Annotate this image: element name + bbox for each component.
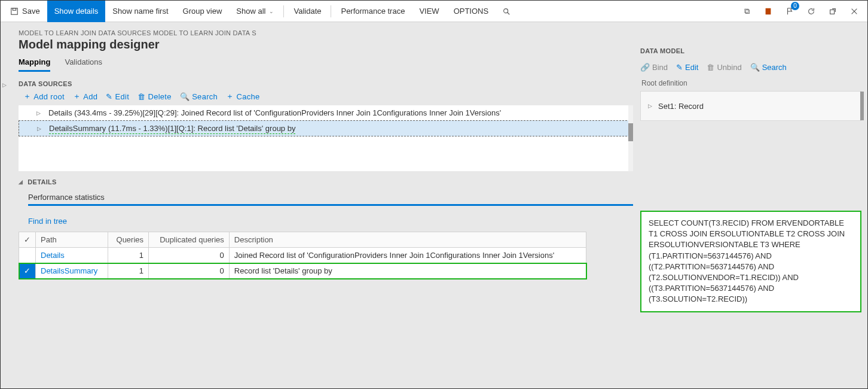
office-icon (764, 7, 772, 16)
left-gutter: ▷ (1, 22, 8, 388)
chevron-right-icon: ▷ (36, 110, 42, 116)
options-menu[interactable]: OPTIONS (447, 1, 496, 22)
refresh-icon (807, 7, 815, 16)
link-icon: ⧉ (744, 7, 750, 16)
content-area: ▷ MODEL TO LEARN JOIN DATA SOURCES MODEL… (1, 22, 867, 388)
show-all-dropdown[interactable]: Show all ⌄ (229, 1, 281, 22)
bind-button[interactable]: 🔗Bind (640, 63, 668, 72)
popout-icon (829, 7, 837, 16)
plus-icon: ＋ (226, 91, 234, 102)
tab-mapping[interactable]: Mapping (19, 57, 50, 72)
plus-icon: ＋ (73, 91, 81, 102)
show-name-first-button[interactable]: Show name first (105, 1, 175, 22)
group-view-button[interactable]: Group view (176, 1, 230, 22)
root-definition-label: Root definition (640, 77, 861, 91)
edit-button[interactable]: ✎Edit (106, 91, 129, 102)
search-icon: 🔍 (180, 92, 190, 101)
top-toolbar: Save Show details Show name first Group … (1, 1, 867, 22)
view-menu[interactable]: VIEW (412, 1, 446, 22)
separator (331, 5, 331, 17)
col-dup-queries[interactable]: Duplicated queries (149, 232, 230, 248)
unbind-button[interactable]: 🗑Unbind (707, 63, 741, 72)
close-button[interactable] (843, 1, 865, 22)
sql-preview: SELECT COUNT(T3.RECID) FROM ERVENDORTABL… (640, 211, 861, 312)
save-button[interactable]: Save (3, 1, 47, 22)
col-path[interactable]: Path (36, 232, 108, 248)
notification-badge: 0 (791, 2, 799, 10)
search-button[interactable]: 🔍Search (750, 63, 787, 72)
validate-button[interactable]: Validate (286, 1, 328, 22)
chevron-down-icon: ⌄ (269, 8, 274, 14)
search-button[interactable] (496, 1, 517, 22)
add-button[interactable]: ＋Add (73, 91, 97, 102)
performance-table: ✓ Path Queries Duplicated queries Descri… (19, 232, 586, 279)
notification-button[interactable]: 0 (779, 1, 800, 22)
data-sources-tree: ▷ Details (343.4ms - 39.25%)[29][Q:29]: … (19, 105, 633, 171)
performance-trace-button[interactable]: Performance trace (334, 1, 412, 22)
link-icon-button[interactable]: ⧉ (736, 1, 757, 22)
popout-button[interactable] (822, 1, 843, 22)
chevron-right-icon: ▷ (648, 103, 652, 109)
col-description[interactable]: Description (229, 232, 586, 248)
link-icon: 🔗 (640, 63, 650, 72)
search-icon (502, 7, 511, 16)
svg-rect-5 (830, 10, 835, 14)
chevron-right-icon: ▷ (37, 126, 43, 132)
office-icon-button[interactable] (757, 1, 779, 22)
save-icon (10, 7, 19, 16)
pencil-icon: ✎ (676, 63, 683, 72)
data-model-header: DATA MODEL (640, 47, 861, 54)
svg-rect-4 (766, 8, 771, 14)
svg-rect-1 (13, 8, 16, 10)
col-queries[interactable]: Queries (108, 232, 149, 248)
page-title: Model mapping designer (19, 38, 633, 51)
root-node-label: Set1: Record (658, 102, 704, 111)
data-source-row-selected[interactable]: ▷ DetailsSummary (11.7ms - 1.33%)[1][Q:1… (19, 120, 633, 136)
separator (283, 5, 284, 17)
add-root-button[interactable]: ＋Add root (23, 91, 65, 102)
tab-validations[interactable]: Validations (65, 57, 102, 72)
edit-button[interactable]: ✎Edit (676, 63, 698, 72)
col-check[interactable]: ✓ (19, 232, 36, 248)
trash-icon: 🗑 (137, 92, 145, 101)
save-label: Save (22, 7, 40, 16)
show-details-label: Show details (54, 7, 99, 16)
check-icon[interactable]: ✓ (19, 263, 36, 279)
pencil-icon: ✎ (106, 92, 112, 101)
cache-button[interactable]: ＋Cache (226, 91, 259, 102)
subtab-performance-statistics[interactable]: Performance statistics (28, 193, 633, 206)
chevron-down-icon: ◢ (19, 179, 23, 185)
table-row-selected[interactable]: ✓ DetailsSummary 1 0 Record list 'Detail… (19, 263, 586, 279)
trash-icon: 🗑 (707, 63, 714, 72)
show-details-button[interactable]: Show details (47, 1, 106, 22)
details-header[interactable]: ◢ DETAILS (19, 171, 633, 188)
find-in-tree-link[interactable]: Find in tree (28, 217, 633, 226)
search-button[interactable]: 🔍Search (180, 91, 218, 102)
close-icon (850, 7, 858, 16)
scrollbar[interactable] (628, 105, 633, 171)
table-row[interactable]: Details 1 0 Joined Record list of 'Confi… (19, 248, 586, 263)
data-sources-header: DATA SOURCES (19, 77, 633, 91)
chevron-right-icon[interactable]: ▷ (2, 82, 7, 88)
breadcrumb: MODEL TO LEARN JOIN DATA SOURCES MODEL T… (19, 29, 633, 37)
root-definition-panel[interactable]: ▷ Set1: Record (640, 91, 861, 121)
data-source-row[interactable]: ▷ Details (343.4ms - 39.25%)[29][Q:29]: … (19, 105, 633, 120)
svg-point-2 (504, 8, 508, 13)
svg-line-3 (508, 12, 510, 14)
search-icon: 🔍 (750, 63, 760, 72)
path-link[interactable]: Details (41, 251, 65, 260)
plus-icon: ＋ (23, 91, 31, 102)
svg-rect-0 (11, 8, 18, 14)
delete-button[interactable]: 🗑Delete (137, 91, 172, 102)
path-link[interactable]: DetailsSummary (41, 266, 97, 275)
refresh-button[interactable] (800, 1, 822, 22)
page-tabs: Mapping Validations (19, 57, 633, 72)
